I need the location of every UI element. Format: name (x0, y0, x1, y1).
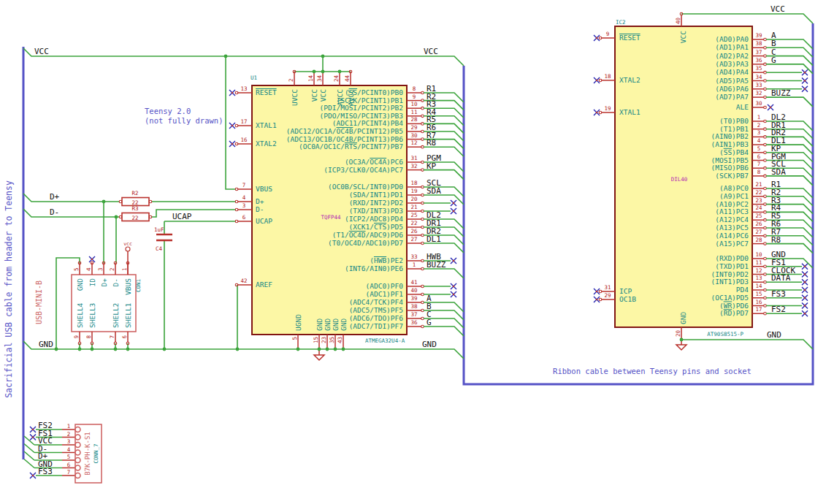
pin-name: (ADC1)PF1 (366, 290, 404, 298)
pin-number: 6 (121, 335, 128, 339)
resistor-r3: R3 22 (122, 205, 149, 221)
pin-number: 40 (410, 287, 418, 294)
pin-number: 33 (755, 82, 762, 88)
ic2-ref: IC2 (616, 19, 626, 26)
pin-name: (AD5)PA5 (715, 77, 749, 85)
no-connect-icon (596, 112, 597, 113)
net-label-dplus: D+ (50, 192, 60, 202)
resistor-r3-value: 22 (131, 215, 138, 221)
note-right-cable: Ribbon cable between Teensy pins and soc… (553, 367, 752, 375)
no-connect-icon (804, 305, 806, 306)
pin-name: (ICP3/CLK0/OC4A)PC7 (324, 166, 403, 174)
pin-number: 25 (410, 212, 417, 218)
pin-number: 21 (410, 204, 417, 210)
junction-dot (313, 70, 316, 74)
pin-name: (INT1)PD3 (711, 278, 749, 286)
junction-dot (338, 70, 342, 74)
pin-number: 28 (755, 237, 762, 243)
pin-end-circle (421, 242, 424, 245)
pin-number: 21 (755, 181, 762, 188)
pin-number: 20 (675, 330, 681, 337)
pin-name: VBUS (124, 278, 132, 295)
pin-number: 30 (755, 100, 762, 107)
socket-pin-circle (75, 465, 80, 470)
junction-dot (78, 348, 82, 351)
resistor-r2: R2 22 (122, 190, 149, 206)
no-connect-icon (596, 80, 597, 81)
pin-end-circle (764, 203, 767, 206)
pin-end-circle (764, 257, 767, 260)
no-connect-icon (232, 92, 233, 93)
no-connect-icon (32, 475, 34, 476)
pin-name: (PDI/MOSI/PCINT2)PB2 (320, 104, 403, 112)
note-teensy-line2: (not fully drawn) (145, 116, 223, 125)
pin-number: 30 (410, 132, 418, 139)
pin-name: (ADC13/OC1B/OC4B/PCINT13)PB6 (286, 135, 403, 143)
no-connect-icon (804, 80, 806, 81)
junction-dot (115, 215, 118, 219)
note-teensy-line1: Teensy 2.0 (145, 107, 191, 115)
pin-name: (PDO/MISO/PCINT3)PB3 (320, 112, 403, 120)
pin-name: (MOSI)PB5 (711, 156, 749, 164)
pin-number: 8 (85, 335, 92, 339)
net-label: SDA (771, 167, 786, 177)
pin-end-circle (764, 175, 767, 177)
pin-number: 27 (410, 236, 417, 243)
junction-dot (321, 70, 325, 74)
pin-end-circle (764, 63, 767, 66)
pin-end-circle (421, 107, 424, 110)
note-left-cable: Sacrificial USB cable from header to Tee… (4, 180, 14, 398)
pin-end-circle (764, 273, 767, 276)
pin-number: 1 (121, 267, 128, 271)
no-connect-icon (804, 289, 806, 291)
pin-number: 22 (755, 189, 762, 196)
pin-end-circle (764, 143, 767, 146)
pin-name: (A13)PC5 (715, 224, 749, 232)
ic2-value: AT90S8515-P (707, 331, 743, 337)
pin-end-circle (764, 55, 767, 58)
no-connect-icon (453, 202, 454, 204)
pin-number: 28 (410, 116, 418, 123)
pin-name: SHELL2 (112, 303, 120, 328)
no-connect-icon (32, 436, 34, 438)
net-label: BUZZ (427, 260, 446, 270)
pin-name: (AD0)PA0 (715, 35, 749, 43)
pin-name: (SDA/INT1)PD1 (349, 191, 404, 199)
pin-end-circle (764, 88, 767, 91)
net-label: SDA (427, 186, 441, 196)
capacitor-c4-ref: C4 (156, 245, 163, 252)
pin-end-circle (764, 195, 767, 198)
pin-name: (A15)PC7 (715, 240, 749, 248)
net-label: BUZZ (771, 88, 791, 98)
pin-number: 40 (675, 17, 681, 24)
pin-name: (ICP2/ADC8)PD4 (345, 215, 403, 223)
pin-name: UCAP (256, 217, 272, 225)
con1-value: USB-MINI-B (35, 280, 43, 324)
pin-name: VCC (679, 31, 687, 43)
pin-number: 5 (73, 267, 80, 271)
pin-number: 7 (67, 469, 71, 476)
no-connect-icon (804, 297, 806, 299)
pin-end-circle (235, 283, 238, 286)
pin-name: XTAL2 (256, 140, 277, 148)
capacitor-c4: 1uF C4 (154, 226, 172, 252)
pin-name: RESET (619, 34, 640, 42)
pin-end-circle (764, 120, 767, 123)
pin-end-circle (421, 293, 424, 296)
pin-name: SHELL3 (88, 303, 96, 328)
pin-number: 36 (755, 57, 762, 64)
pin-name: (AD2)PA2 (715, 52, 749, 60)
net-label-vcc-mid: VCC (424, 47, 438, 56)
net-label: FS2 (771, 305, 786, 314)
pin-end-circle (764, 47, 767, 50)
pin-end-circle (421, 138, 424, 141)
pin-number: 11 (410, 109, 417, 115)
no-connect-icon (804, 273, 806, 275)
schematic-sheet: R2 22 R3 22 1uF C4 vcc VCC VCC VCC D+ D-… (0, 0, 826, 504)
pin-end-circle (421, 309, 424, 312)
wire-dminus (23, 209, 236, 263)
pin-number: 33 (410, 253, 417, 260)
pin-name: (A10)PC2 (715, 200, 749, 208)
pin-number: 39 (410, 295, 417, 302)
u1-footprint: TQFP44 (321, 214, 341, 221)
